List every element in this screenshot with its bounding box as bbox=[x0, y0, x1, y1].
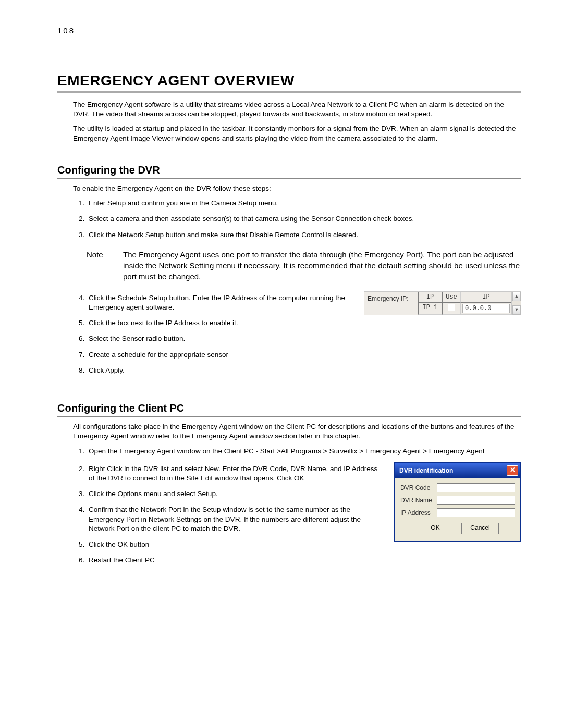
grid-scrollbar[interactable]: ▲ ▼ bbox=[512, 292, 521, 315]
dvr-steps-b: Click the Schedule Setup button. Enter t… bbox=[73, 293, 354, 375]
list-item: Click the OK button bbox=[87, 540, 385, 549]
page-content: Emergency Agent Overview The Emergency A… bbox=[57, 72, 521, 571]
list-item: Click the Schedule Setup button. Enter t… bbox=[87, 293, 354, 312]
note-block: Note The Emergency Agent uses one port t… bbox=[87, 249, 521, 282]
grid-row-use-checkbox[interactable] bbox=[442, 302, 461, 315]
ok-button[interactable]: OK bbox=[417, 523, 454, 534]
list-item: Create a schedule for the appropriate se… bbox=[87, 350, 354, 360]
list-item: Click Apply. bbox=[87, 366, 354, 375]
grid-row-iplabel: IP 1 bbox=[418, 302, 442, 315]
list-item: Click the Options menu and select Setup. bbox=[87, 489, 385, 499]
cancel-button[interactable]: Cancel bbox=[461, 523, 499, 534]
dvr-lead: To enable the Emergency Agent on the DVR… bbox=[73, 184, 521, 193]
page: 108 Emergency Agent Overview The Emergen… bbox=[0, 0, 563, 728]
main-heading: Emergency Agent Overview bbox=[57, 72, 521, 89]
scroll-up-icon[interactable]: ▲ bbox=[512, 292, 521, 301]
dialog-titlebar[interactable]: DVR identification ✕ bbox=[395, 463, 520, 478]
emergency-ip-screenshot: Emergency IP: IP Use IP IP 1 bbox=[364, 291, 521, 315]
grid-row-ipvalue[interactable]: 0.0.0.0 bbox=[462, 304, 510, 313]
list-item: Right Click in the DVR list and select N… bbox=[87, 464, 385, 483]
dvr-steps-a: Enter Setup and confirm you are in the C… bbox=[73, 199, 521, 240]
list-item: Confirm that the Network Port in the Set… bbox=[87, 505, 385, 534]
note-body: The Emergency Agent uses one port to tra… bbox=[123, 249, 521, 282]
ip-address-field[interactable] bbox=[437, 508, 515, 517]
pc-second-steps-row: Right Click in the DVR list and select N… bbox=[57, 462, 521, 572]
pc-lead: All configurations take place in the Eme… bbox=[73, 422, 521, 441]
list-item: Open the Emergency Agent window on the C… bbox=[87, 447, 521, 456]
emergency-ip-grid: IP Use IP IP 1 0.0.0.0 bbox=[418, 292, 512, 315]
dvr-heading-rule bbox=[57, 178, 521, 179]
grid-header-use: Use bbox=[442, 292, 461, 302]
list-item: Restart the Client PC bbox=[87, 556, 385, 565]
list-item: Enter Setup and confirm you are in the C… bbox=[87, 199, 521, 208]
scroll-down-icon[interactable]: ▼ bbox=[512, 305, 521, 315]
list-item: Select the Sensor radio button. bbox=[87, 334, 354, 343]
pc-steps-a: Open the Emergency Agent window on the C… bbox=[73, 447, 521, 456]
dialog-title: DVR identification bbox=[399, 467, 453, 474]
pc-heading-rule bbox=[57, 416, 521, 417]
pc-steps-b: Right Click in the DVR list and select N… bbox=[73, 464, 385, 565]
list-item: Click the Network Setup button and make … bbox=[87, 230, 521, 240]
pc-heading: Configuring the Client PC bbox=[57, 402, 521, 414]
dvr-second-steps-row: Click the Schedule Setup button. Enter t… bbox=[57, 291, 521, 381]
dvr-code-field[interactable] bbox=[437, 483, 515, 492]
emergency-ip-label: Emergency IP: bbox=[364, 292, 418, 315]
page-header: 108 bbox=[42, 26, 521, 41]
grid-header-ip2: IP bbox=[461, 292, 511, 302]
dvr-heading: Configuring the DVR bbox=[57, 164, 521, 176]
checkbox-icon[interactable] bbox=[448, 304, 455, 311]
grid-header-ip: IP bbox=[418, 292, 442, 302]
dvr-name-label: DVR Name bbox=[400, 497, 437, 504]
dvr-code-label: DVR Code bbox=[400, 484, 437, 491]
close-icon[interactable]: ✕ bbox=[507, 465, 518, 476]
list-item: Select a camera and then associate senso… bbox=[87, 214, 521, 224]
ip-address-label: IP Address bbox=[400, 509, 437, 516]
dvr-name-field[interactable] bbox=[437, 496, 515, 505]
dvr-identification-dialog: DVR identification ✕ DVR Code DVR Name bbox=[394, 462, 521, 542]
list-item: Click the box next to the IP Address to … bbox=[87, 318, 354, 328]
intro-paragraph-2: The utility is loaded at startup and pla… bbox=[73, 124, 521, 143]
intro-paragraph-1: The Emergency Agent software is a utilit… bbox=[73, 100, 521, 119]
heading-rule bbox=[57, 91, 521, 93]
note-label: Note bbox=[87, 249, 123, 282]
page-number: 108 bbox=[57, 26, 75, 35]
